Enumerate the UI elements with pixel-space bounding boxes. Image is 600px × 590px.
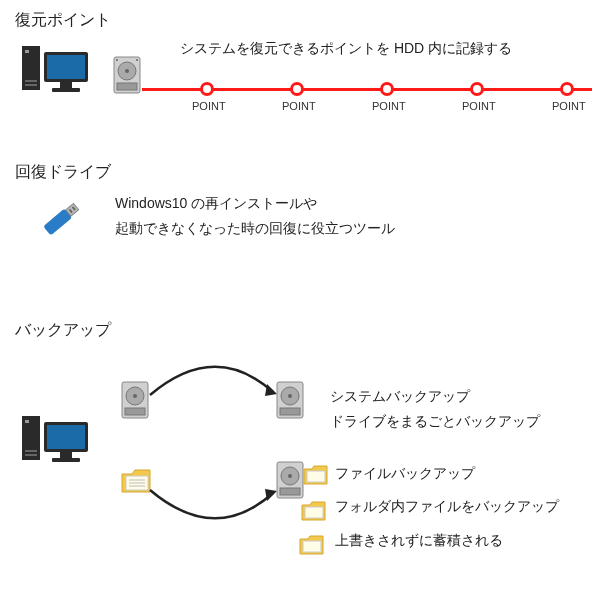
svg-rect-3 <box>25 84 37 86</box>
svg-rect-21 <box>25 454 37 456</box>
file-backup-title: ファイルバックアップ <box>335 465 475 483</box>
timeline-point <box>380 82 394 96</box>
recovery-drive-line2: 起動できなくなった時の回復に役立つツール <box>115 220 395 238</box>
svg-rect-5 <box>47 55 85 79</box>
svg-point-32 <box>288 394 292 398</box>
section-title-recovery-drive: 回復ドライブ <box>15 162 111 183</box>
folder-icon <box>302 464 330 491</box>
svg-rect-2 <box>25 80 37 82</box>
svg-rect-7 <box>52 88 80 92</box>
timeline-point-label: POINT <box>552 100 586 112</box>
system-backup-desc: ドライブをまるごとバックアップ <box>330 413 540 431</box>
computer-icon <box>20 40 92 103</box>
system-backup-title: システムバックアップ <box>330 388 470 406</box>
svg-rect-24 <box>60 452 72 458</box>
timeline-point <box>200 82 214 96</box>
timeline-point <box>290 82 304 96</box>
svg-rect-18 <box>22 416 40 460</box>
section-title-restore-point: 復元ポイント <box>15 10 111 31</box>
folder-icon <box>298 534 326 561</box>
svg-rect-43 <box>305 507 323 518</box>
hdd-icon <box>112 55 142 98</box>
timeline-point-label: POINT <box>192 100 226 112</box>
svg-rect-0 <box>22 46 40 90</box>
svg-point-28 <box>133 394 137 398</box>
folder-icon <box>300 500 328 527</box>
file-backup-note: 上書きされずに蓄積される <box>335 532 503 550</box>
section-title-backup: バックアップ <box>15 320 111 341</box>
arrow-icon <box>145 350 285 403</box>
svg-rect-25 <box>52 458 80 462</box>
timeline-point <box>470 82 484 96</box>
timeline-point-label: POINT <box>282 100 316 112</box>
svg-rect-23 <box>47 425 85 449</box>
svg-rect-19 <box>25 420 29 423</box>
usb-icon <box>35 200 85 243</box>
svg-rect-41 <box>280 488 300 495</box>
svg-rect-42 <box>307 471 325 482</box>
computer-icon <box>20 410 92 473</box>
svg-point-10 <box>125 69 129 73</box>
file-backup-desc: フォルダ内ファイルをバックアップ <box>335 498 559 516</box>
hdd-icon <box>275 460 305 503</box>
timeline-point-label: POINT <box>372 100 406 112</box>
svg-rect-6 <box>60 82 72 88</box>
recovery-drive-line1: Windows10 の再インストールや <box>115 195 317 213</box>
svg-point-13 <box>136 59 138 61</box>
svg-rect-11 <box>117 83 137 90</box>
svg-rect-20 <box>25 450 37 452</box>
svg-rect-1 <box>25 50 29 53</box>
arrow-icon <box>145 485 285 538</box>
svg-rect-29 <box>125 408 145 415</box>
timeline-point-label: POINT <box>462 100 496 112</box>
hdd-icon <box>275 380 305 423</box>
restore-point-description: システムを復元できるポイントを HDD 内に記録する <box>180 40 512 58</box>
svg-rect-33 <box>280 408 300 415</box>
timeline-point <box>560 82 574 96</box>
svg-rect-44 <box>303 541 321 552</box>
svg-point-40 <box>288 474 292 478</box>
svg-point-12 <box>116 59 118 61</box>
